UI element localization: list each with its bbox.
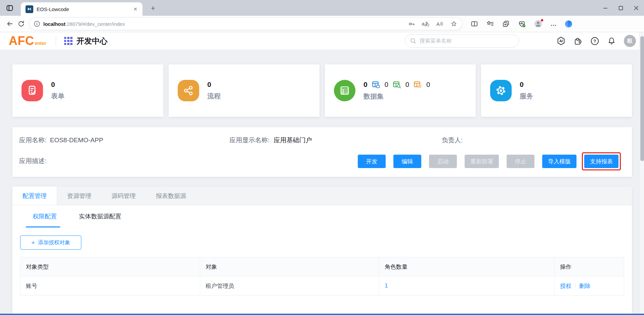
dataset-database-icon: [372, 81, 380, 89]
url-host: localhost: [43, 21, 66, 27]
stat-card-processes[interactable]: 0 流程: [169, 64, 319, 117]
app-info-card: 应用名称: EOS8-DEMO-APP 应用显示名称: 应用基础门户 负责人: …: [12, 127, 632, 177]
config-subtabs: 权限配置 实体数据源配置: [12, 205, 632, 227]
search-placeholder: 搜索菜单名称: [420, 38, 452, 45]
forms-label: 表单: [51, 92, 65, 101]
svg-text:?: ?: [594, 39, 596, 44]
support-report-button[interactable]: 支持报表: [584, 155, 618, 168]
dataset-gear-count: 0: [426, 81, 430, 89]
site-info-icon[interactable]: [34, 20, 40, 27]
tenant-avatar[interactable]: 租: [624, 35, 636, 47]
datasets-count: 0: [363, 81, 368, 89]
stat-card-datasets[interactable]: 0 0 0 0 数据集: [325, 64, 476, 117]
address-bar[interactable]: localhost:28079/#/dev_center/index aあ A: [30, 18, 462, 30]
collections-icon[interactable]: [502, 20, 510, 28]
favorites-bar-icon[interactable]: [486, 20, 494, 28]
url-text[interactable]: localhost:28079/#/dev_center/index: [43, 21, 406, 27]
minimize-button[interactable]: [598, 0, 613, 16]
services-count: 0: [520, 81, 533, 89]
dataset-search-count: 0: [405, 81, 409, 89]
stop-button: 停止: [507, 155, 534, 168]
app-action-buttons: 开发 编辑 启动 重新部署 停止 导入模版 支持报表: [358, 155, 618, 168]
dataset-db-count: 0: [385, 81, 388, 89]
redeploy-button: 重新部署: [465, 155, 499, 168]
scrollbar-thumb[interactable]: [640, 36, 644, 161]
browser-essentials-icon[interactable]: [518, 20, 526, 28]
favicon: [26, 5, 33, 13]
table-row: 账号 租户管理员 1 授权 删除: [20, 276, 624, 295]
split-screen-icon[interactable]: [470, 20, 478, 28]
tab-source-management[interactable]: 源码管理: [101, 187, 146, 205]
close-window-button[interactable]: [629, 0, 644, 16]
processes-count: 0: [207, 81, 221, 89]
subtab-entity-datasource-config[interactable]: 实体数据源配置: [76, 205, 125, 227]
develop-button[interactable]: 开发: [358, 155, 386, 168]
favorite-star-icon[interactable]: [448, 18, 460, 30]
address-bar-icons: aあ A: [406, 18, 460, 30]
datasets-label: 数据集: [363, 92, 430, 101]
dataset-icon: [334, 80, 355, 101]
add-authorization-button[interactable]: + 添加授权对象: [20, 235, 81, 250]
read-aloud-icon[interactable]: A: [434, 18, 445, 30]
start-button: 启动: [429, 155, 457, 168]
tab-resource-management[interactable]: 资源管理: [57, 187, 101, 205]
new-tab-button[interactable]: [148, 4, 157, 12]
column-actions: 操作: [555, 257, 624, 276]
forms-count: 0: [51, 81, 65, 89]
ai-assistant-icon[interactable]: AI: [556, 36, 566, 46]
tab-close-icon[interactable]: [131, 5, 140, 13]
stat-card-services[interactable]: 0 服务: [481, 64, 632, 117]
copilot-icon[interactable]: [564, 20, 573, 28]
app-display-name-label: 应用显示名称:: [229, 137, 269, 144]
cell-object-type: 账号: [20, 276, 200, 295]
config-card: 配置管理 资源管理 源码管理 报表数据源 权限配置 实体数据源配置 + 添加授权…: [12, 187, 632, 315]
url-path: :28079/#/dev_center/index: [66, 21, 125, 27]
search-icon: [410, 38, 417, 44]
role-count-link[interactable]: 1: [385, 282, 388, 289]
cell-object: 租户管理员: [200, 276, 379, 295]
service-gear-icon: [490, 80, 512, 101]
stat-card-forms[interactable]: 0 表单: [12, 64, 163, 117]
afcenter-logo[interactable]: AFC enter: [9, 36, 46, 46]
tab-actions-icon[interactable]: [5, 3, 15, 13]
plugins-icon[interactable]: [573, 37, 583, 46]
svg-text:AI: AI: [559, 39, 563, 43]
header-divider: [56, 36, 56, 46]
delete-link[interactable]: 删除: [579, 282, 591, 290]
translate-icon[interactable]: aあ: [420, 18, 431, 30]
page-scrollbar[interactable]: [639, 32, 644, 315]
tab-report-datasource[interactable]: 报表数据源: [146, 187, 196, 205]
menu-search-input[interactable]: 搜索菜单名称: [405, 34, 519, 48]
tab-config-management[interactable]: 配置管理: [12, 187, 57, 205]
subtab-permission-config[interactable]: 权限配置: [29, 205, 60, 227]
browser-toolbar: localhost:28079/#/dev_center/index aあ A: [0, 16, 644, 32]
more-menu-icon[interactable]: …: [550, 20, 557, 28]
tab-title: EOS-Lowcode: [37, 6, 131, 12]
authorization-table: 对象类型 对象 角色数量 操作 账号 租户管理员 1 授权 删除: [20, 257, 624, 296]
column-object-type: 对象类型: [20, 257, 200, 276]
config-tab-bar: 配置管理 资源管理 源码管理 报表数据源: [12, 187, 632, 205]
app-owner-label: 负责人:: [442, 137, 463, 144]
app-name-value: EOS8-DEMO-APP: [50, 137, 103, 144]
app-display-name-value: 应用基础门户: [274, 137, 312, 144]
apps-grid-icon[interactable]: [64, 37, 73, 45]
column-object: 对象: [200, 257, 379, 276]
help-icon[interactable]: ?: [590, 37, 599, 46]
page-content: AFC enter 开发中心 搜索菜单名称 AI ? 租: [0, 32, 644, 315]
back-icon[interactable]: [4, 18, 15, 30]
browser-tab[interactable]: EOS-Lowcode: [21, 2, 142, 16]
password-key-icon[interactable]: [406, 18, 417, 30]
table-header-row: 对象类型 对象 角色数量 操作: [20, 257, 624, 276]
services-label: 服务: [520, 92, 533, 101]
header-icons: AI ? 租: [556, 35, 636, 47]
maximize-button[interactable]: [613, 0, 629, 16]
process-icon: [178, 80, 199, 101]
app-description-label: 应用描述:: [19, 157, 46, 165]
import-template-button[interactable]: 导入模版: [542, 155, 576, 168]
edit-button[interactable]: 编辑: [393, 155, 421, 168]
refresh-icon[interactable]: [15, 18, 27, 30]
notifications-bell-icon[interactable]: [607, 37, 616, 46]
dataset-search-icon: [393, 81, 401, 89]
authorize-link[interactable]: 授权: [560, 282, 571, 290]
profile-avatar[interactable]: [534, 19, 543, 28]
